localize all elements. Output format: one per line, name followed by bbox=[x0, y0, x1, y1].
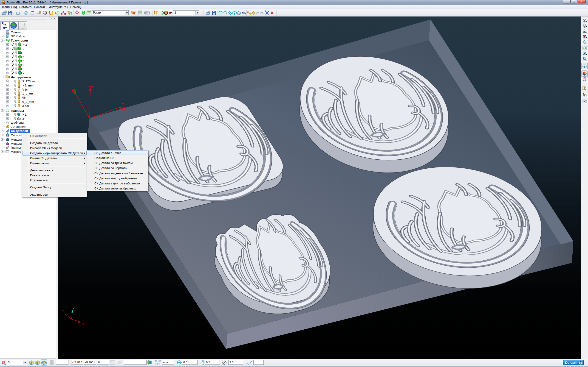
svg-text:8: 8 bbox=[23, 67, 24, 71]
svg-text:Границы: Границы bbox=[11, 109, 24, 112]
svg-text:> 1: > 1 bbox=[22, 113, 26, 116]
svg-text:7: 7 bbox=[23, 71, 24, 75]
svg-text:Z: Z bbox=[43, 361, 45, 363]
svg-text:X: X bbox=[31, 361, 32, 363]
svg-text:Модели: Модели bbox=[11, 138, 22, 141]
svg-text:Z: Z bbox=[73, 307, 75, 310]
svg-text:X: X bbox=[122, 102, 124, 106]
svg-text:2: 2 bbox=[23, 47, 24, 50]
svg-text:4: 4 bbox=[23, 55, 24, 58]
svg-text:1_2_мм: 1_2_мм bbox=[22, 92, 33, 95]
svg-text:2D Модели: 2D Модели bbox=[11, 125, 26, 128]
svg-text:Y: Y bbox=[37, 361, 38, 363]
svg-text:Инструменты: Инструменты bbox=[11, 75, 31, 79]
svg-text:V bit: V bit bbox=[22, 88, 28, 91]
svg-text:Y: Y bbox=[73, 88, 75, 92]
svg-text:Модели: Модели bbox=[11, 142, 22, 145]
svg-text:Y: Y bbox=[62, 310, 64, 313]
svg-text:Траектории: Траектории bbox=[11, 39, 28, 42]
svg-text:NC Файлы: NC Файлы bbox=[11, 35, 26, 38]
svg-text:06: 06 bbox=[22, 96, 26, 99]
svg-text:> 1: > 1 bbox=[23, 43, 27, 46]
svg-text:0_2_mm: 0_2_mm bbox=[22, 100, 34, 103]
svg-text:Z: Z bbox=[91, 85, 94, 89]
svg-text:5: 5 bbox=[23, 59, 24, 63]
svg-text:0 1 2: 0 1 2 bbox=[156, 363, 160, 365]
svg-text:X: X bbox=[82, 322, 84, 325]
svg-text:Группы: Группы bbox=[11, 146, 21, 149]
svg-text:Слои и К: Слои и К bbox=[11, 133, 23, 137]
svg-text:3: 3 bbox=[22, 117, 24, 120]
svg-text:3 ball: 3 ball bbox=[22, 104, 29, 108]
svg-text:Станки: Станки bbox=[11, 31, 21, 34]
svg-text:Макрос: Макрос bbox=[11, 150, 21, 153]
svg-text:> 2_mm: > 2_mm bbox=[22, 84, 34, 87]
svg-text:6: 6 bbox=[23, 63, 24, 67]
svg-text:3: 3 bbox=[23, 51, 24, 55]
svg-text:z: z bbox=[185, 111, 187, 115]
svg-text:3_175_mm: 3_175_mm bbox=[22, 80, 37, 83]
svg-text:Шаблоны: Шаблоны bbox=[11, 121, 24, 124]
svg-text:СК Деталей: СК Деталей bbox=[11, 129, 28, 133]
